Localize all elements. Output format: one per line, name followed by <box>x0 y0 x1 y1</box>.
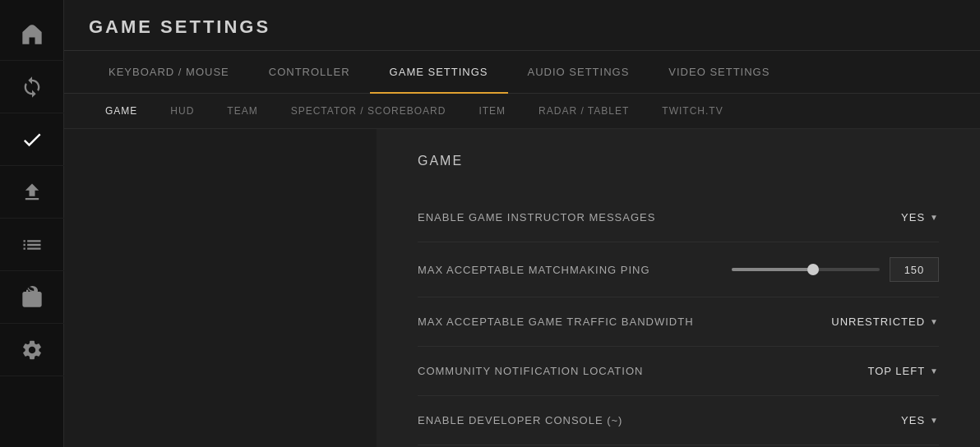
subtab-hud[interactable]: Hud <box>154 94 210 128</box>
upload-icon <box>21 181 44 204</box>
dropdown-console-text: YES <box>901 414 925 426</box>
tab-audio[interactable]: Audio Settings <box>508 51 649 93</box>
content-left-panel <box>64 129 377 447</box>
header: GAME SETTINGS <box>64 0 980 51</box>
dropdown-console[interactable]: YES ▼ <box>901 414 939 426</box>
tab-controller[interactable]: Controller <box>249 51 370 93</box>
dropdown-notification-text: TOP LEFT <box>867 365 925 377</box>
setting-row-console: Enable Developer Console (~) YES ▼ <box>418 396 939 445</box>
setting-value-bandwidth[interactable]: UNRESTRICTED ▼ <box>831 316 939 328</box>
top-tabs: Keyboard / Mouse Controller Game Setting… <box>64 51 980 94</box>
list-icon <box>21 233 44 256</box>
dropdown-instructor-text: YES <box>901 211 925 224</box>
sidebar-item-check[interactable] <box>0 113 64 166</box>
sidebar-item-home[interactable] <box>0 8 64 61</box>
dropdown-bandwidth[interactable]: UNRESTRICTED ▼ <box>831 316 939 328</box>
settings-list: Enable Game Instructor Messages YES ▼ Ma… <box>418 193 939 445</box>
tab-video[interactable]: Video Settings <box>649 51 789 93</box>
setting-value-console[interactable]: YES ▼ <box>901 414 939 426</box>
sidebar-item-briefcase[interactable] <box>0 271 64 324</box>
page-title: GAME SETTINGS <box>89 16 270 37</box>
subtab-team[interactable]: Team <box>210 94 274 128</box>
chevron-down-icon-console: ▼ <box>930 416 939 425</box>
setting-row-ping: Max Acceptable Matchmaking Ping 150 <box>418 242 939 297</box>
setting-row-notification: Community Notification Location TOP LEFT… <box>418 347 939 396</box>
gear-icon <box>21 339 44 362</box>
setting-label-ping: Max Acceptable Matchmaking Ping <box>418 264 732 276</box>
main-content: GAME SETTINGS Keyboard / Mouse Controlle… <box>64 0 980 447</box>
sidebar-item-list[interactable] <box>0 219 64 271</box>
slider-thumb-ping[interactable] <box>807 264 819 275</box>
chevron-down-icon-notification: ▼ <box>930 366 939 376</box>
subtab-item[interactable]: Item <box>462 94 522 128</box>
chevron-down-icon-bandwidth: ▼ <box>930 317 939 326</box>
content-right-panel: Game Enable Game Instructor Messages YES… <box>377 129 980 447</box>
subtab-game[interactable]: Game <box>89 94 154 128</box>
section-title: Game <box>418 154 939 168</box>
sidebar-item-sync[interactable] <box>0 61 64 113</box>
subtab-twitch[interactable]: Twitch.tv <box>645 94 739 128</box>
tab-keyboard[interactable]: Keyboard / Mouse <box>89 51 249 93</box>
sidebar <box>0 0 64 447</box>
sidebar-item-upload[interactable] <box>0 166 64 219</box>
setting-label-console: Enable Developer Console (~) <box>418 414 901 426</box>
subtab-spectator[interactable]: Spectator / Scoreboard <box>275 94 463 128</box>
check-icon <box>21 128 44 151</box>
setting-value-instructor[interactable]: YES ▼ <box>901 211 939 224</box>
home-icon <box>21 23 44 46</box>
tab-game-settings[interactable]: Game Settings <box>370 51 508 93</box>
chevron-down-icon: ▼ <box>930 213 939 222</box>
slider-track-ping[interactable] <box>732 268 880 271</box>
sidebar-item-settings[interactable] <box>0 324 64 376</box>
slider-input-ping[interactable]: 150 <box>890 257 939 282</box>
setting-row-bandwidth: Max Acceptable Game Traffic Bandwidth UN… <box>418 297 939 347</box>
subtab-radar[interactable]: Radar / Tablet <box>522 94 645 128</box>
setting-label-bandwidth: Max Acceptable Game Traffic Bandwidth <box>418 316 831 328</box>
setting-value-notification[interactable]: TOP LEFT ▼ <box>867 365 939 377</box>
setting-value-ping: 150 <box>732 257 939 282</box>
setting-label-notification: Community Notification Location <box>418 365 867 377</box>
dropdown-instructor[interactable]: YES ▼ <box>901 211 939 224</box>
sub-tabs: Game Hud Team Spectator / Scoreboard Ite… <box>64 94 980 129</box>
dropdown-notification[interactable]: TOP LEFT ▼ <box>867 365 939 377</box>
briefcase-icon <box>21 286 44 309</box>
setting-label-instructor: Enable Game Instructor Messages <box>418 211 901 224</box>
content-area: Game Enable Game Instructor Messages YES… <box>64 129 980 447</box>
slider-fill-ping <box>732 268 813 271</box>
dropdown-bandwidth-text: UNRESTRICTED <box>831 316 925 328</box>
setting-row-instructor: Enable Game Instructor Messages YES ▼ <box>418 193 939 242</box>
sync-icon <box>21 76 44 99</box>
